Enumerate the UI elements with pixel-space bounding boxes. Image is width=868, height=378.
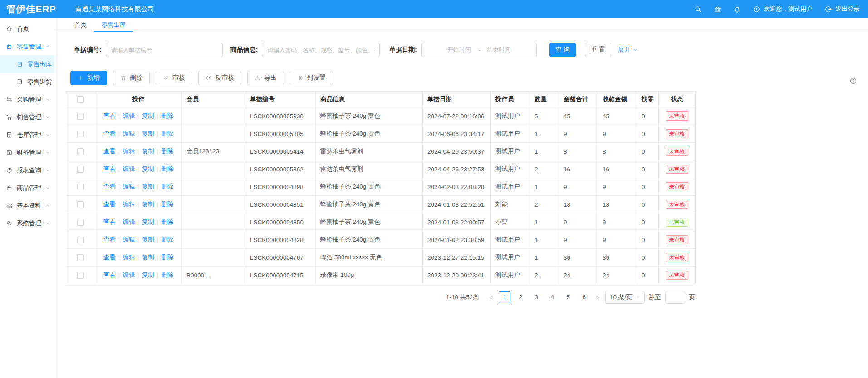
row-checkbox[interactable] [77, 237, 84, 243]
row-checkbox[interactable] [77, 166, 84, 173]
sidebar-item-goods[interactable]: 商品管理 [0, 179, 55, 197]
action-link-edit[interactable]: 编辑 [123, 130, 135, 137]
welcome-user[interactable]: 欢迎您，测试用户 [753, 5, 813, 13]
row-checkbox[interactable] [77, 272, 84, 279]
action-link-copy[interactable]: 复制 [142, 236, 154, 243]
action-link-view[interactable]: 查看 [103, 130, 116, 137]
page-button-3[interactable]: 3 [530, 291, 542, 303]
action-link-view[interactable]: 查看 [103, 148, 116, 155]
row-checkbox[interactable] [77, 148, 84, 155]
action-separator: | [118, 201, 120, 208]
next-page-button[interactable]: > [594, 294, 601, 301]
action-link-edit[interactable]: 编辑 [123, 218, 135, 225]
page-button-6[interactable]: 6 [578, 291, 590, 303]
product-cell: 蜂蜜柚子茶 240g 黄色 [316, 213, 423, 231]
sidebar-item-system[interactable]: 系统管理 [0, 214, 55, 232]
action-link-view[interactable]: 查看 [103, 236, 116, 243]
row-checkbox[interactable] [77, 254, 84, 261]
sidebar-item-reports[interactable]: 报表查询 [0, 161, 55, 179]
bank-icon[interactable] [714, 5, 721, 13]
audit-button[interactable]: 审核 [156, 71, 192, 85]
action-link-delete[interactable]: 删除 [161, 130, 173, 137]
action-link-copy[interactable]: 复制 [142, 130, 154, 137]
action-link-view[interactable]: 查看 [103, 254, 116, 261]
action-link-edit[interactable]: 编辑 [123, 148, 135, 155]
product-info-input[interactable] [262, 43, 380, 57]
tab-retail-outbound[interactable]: 零售出库 [94, 18, 133, 32]
sidebar-item-warehouse[interactable]: 仓库管理 [0, 126, 55, 144]
unaudit-button[interactable]: 反审核 [198, 71, 241, 85]
delete-button[interactable]: 删除 [113, 71, 150, 85]
sidebar-item-retail[interactable]: 零售管理 [0, 38, 55, 55]
action-link-copy[interactable]: 复制 [142, 271, 154, 278]
page-button-4[interactable]: 4 [546, 291, 558, 303]
action-link-edit[interactable]: 编辑 [123, 271, 135, 278]
action-link-view[interactable]: 查看 [103, 218, 116, 225]
export-button[interactable]: 导出 [247, 71, 284, 85]
sidebar-item-sales[interactable]: 销售管理 [0, 108, 55, 126]
row-checkbox[interactable] [77, 184, 84, 190]
action-link-copy[interactable]: 复制 [142, 148, 154, 155]
action-link-view[interactable]: 查看 [103, 112, 116, 119]
action-link-edit[interactable]: 编辑 [123, 254, 135, 261]
select-all-checkbox[interactable] [77, 96, 84, 103]
bell-icon[interactable] [733, 5, 741, 13]
add-button[interactable]: 新增 [70, 71, 107, 85]
action-link-view[interactable]: 查看 [103, 183, 116, 190]
bill-no-input[interactable] [106, 43, 223, 57]
table-row: 查看|编辑|复制|删除LSCK00000005930蜂蜜柚子茶 240g 黄色2… [66, 107, 696, 125]
action-link-delete[interactable]: 删除 [161, 218, 173, 225]
action-link-view[interactable]: 查看 [103, 165, 116, 172]
prev-page-button[interactable]: < [488, 294, 495, 301]
action-link-edit[interactable]: 编辑 [123, 201, 135, 208]
sidebar-item-purchase[interactable]: 采购管理 [0, 91, 55, 108]
row-checkbox[interactable] [77, 201, 84, 208]
action-link-edit[interactable]: 编辑 [123, 183, 135, 190]
action-link-view[interactable]: 查看 [103, 201, 116, 208]
action-link-delete[interactable]: 删除 [161, 165, 173, 172]
row-checkbox[interactable] [77, 219, 84, 226]
row-checkbox[interactable] [77, 113, 84, 120]
search-icon[interactable] [694, 5, 702, 13]
reset-button[interactable]: 重 置 [585, 43, 611, 57]
action-link-copy[interactable]: 复制 [142, 218, 154, 225]
logout-button[interactable]: 退出登录 [824, 5, 860, 13]
search-button[interactable]: 查 询 [549, 43, 576, 57]
operator-cell: 测试用户 [491, 160, 530, 178]
action-link-delete[interactable]: 删除 [161, 183, 173, 190]
columns-button[interactable]: 列设置 [290, 71, 333, 85]
date-range-input[interactable]: 开始时间 ~ 结束时间 [421, 43, 537, 57]
page-size-select[interactable]: 10 条/页 [605, 291, 645, 304]
page-button-2[interactable]: 2 [515, 291, 526, 303]
action-separator: | [118, 112, 120, 119]
sidebar-item-finance[interactable]: 财务管理 [0, 144, 55, 161]
action-link-edit[interactable]: 编辑 [123, 165, 135, 172]
action-link-delete[interactable]: 删除 [161, 112, 173, 119]
action-separator: | [137, 201, 139, 208]
action-link-delete[interactable]: 删除 [161, 254, 173, 261]
action-link-copy[interactable]: 复制 [142, 254, 154, 261]
sidebar-item-basedata[interactable]: 基本资料 [0, 197, 55, 214]
jump-page-input[interactable] [665, 291, 685, 304]
action-link-delete[interactable]: 删除 [161, 236, 173, 243]
action-link-copy[interactable]: 复制 [142, 183, 154, 190]
help-icon[interactable] [849, 77, 857, 85]
sidebar-item-retail-outbound[interactable]: 零售出库 [0, 55, 55, 73]
tab-home[interactable]: 首页 [67, 18, 94, 32]
action-link-delete[interactable]: 删除 [161, 271, 173, 278]
action-link-copy[interactable]: 复制 [142, 112, 154, 119]
action-link-copy[interactable]: 复制 [142, 165, 154, 172]
action-link-copy[interactable]: 复制 [142, 201, 154, 208]
sidebar-item-retail-return[interactable]: 零售退货 [0, 73, 55, 91]
expand-link[interactable]: 展开 [618, 46, 638, 54]
action-link-edit[interactable]: 编辑 [123, 236, 135, 243]
action-link-edit[interactable]: 编辑 [123, 112, 135, 119]
action-separator: | [157, 165, 159, 172]
action-link-delete[interactable]: 删除 [161, 148, 173, 155]
page-button-5[interactable]: 5 [562, 291, 574, 303]
row-checkbox[interactable] [77, 131, 84, 137]
action-link-view[interactable]: 查看 [103, 271, 116, 278]
sidebar-item-home[interactable]: 首页 [0, 20, 55, 38]
action-link-delete[interactable]: 删除 [161, 201, 173, 208]
page-button-1[interactable]: 1 [499, 291, 510, 303]
